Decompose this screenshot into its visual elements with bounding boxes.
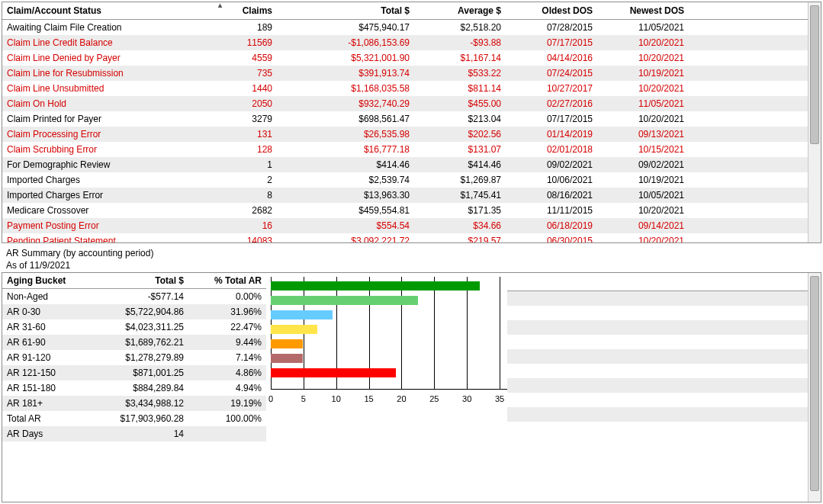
table-cell: 09/14/2021	[597, 218, 689, 233]
table-row[interactable]: Imported Charges2$2,539.74$1,269.8710/06…	[2, 172, 809, 188]
table-cell: $414.46	[414, 157, 506, 172]
table-cell: $17,903,960.28	[88, 411, 188, 426]
table-row[interactable]: AR 121-150$871,001.254.86%	[2, 365, 266, 380]
table-cell: $5,722,904.86	[88, 304, 188, 319]
table-cell: $4,023,311.25	[88, 319, 188, 335]
table-row[interactable]: For Demographic Review1$414.46$414.4609/…	[2, 157, 809, 172]
table-cell: 07/17/2015	[506, 35, 597, 50]
table-row[interactable]: Claim Line Unsubmitted1440$1,168,035.58$…	[2, 81, 809, 96]
col-total[interactable]: Total $	[277, 2, 414, 20]
col-status-label: Claim/Account Status	[7, 5, 101, 16]
table-cell: AR 31-60	[2, 319, 88, 335]
vertical-scrollbar[interactable]	[808, 2, 821, 242]
table-row[interactable]: Medicare Crossover2682$459,554.81$171.35…	[2, 203, 809, 218]
table-cell: Claim Line Unsubmitted	[2, 81, 223, 96]
col-bucket[interactable]: Aging Bucket	[2, 273, 88, 289]
table-row[interactable]: Claim Printed for Payer3279$698,561.47$2…	[2, 111, 809, 127]
table-row[interactable]: Total AR$17,903,960.28100.00%	[2, 411, 266, 426]
table-cell: $811.14	[414, 81, 506, 96]
table-cell: 11/11/2015	[506, 203, 597, 218]
table-cell: $3,092,221.72	[277, 233, 414, 242]
table-cell: 3279	[223, 111, 277, 127]
scrollbar-thumb[interactable]	[810, 276, 819, 491]
table-cell: 31.96%	[188, 304, 266, 319]
table-row[interactable]: Claim On Hold2050$932,740.29$455.0002/27…	[2, 96, 809, 111]
table-cell: -$577.14	[88, 289, 188, 305]
table-row[interactable]: AR 31-60$4,023,311.2522.47%	[2, 319, 266, 335]
scrollbar-thumb[interactable]	[810, 5, 819, 144]
table-row[interactable]: Awaiting Claim File Creation189$475,940.…	[2, 20, 809, 36]
table-cell: 01/14/2019	[506, 127, 597, 142]
table-cell: Claim Printed for Payer	[2, 111, 223, 127]
table-cell: 131	[223, 127, 277, 142]
table-cell: $475,940.17	[277, 20, 414, 36]
table-cell: $219.57	[414, 233, 506, 242]
table-row[interactable]: Non-Aged-$577.140.00%	[2, 289, 266, 305]
table-row[interactable]: AR 61-90$1,689,762.219.44%	[2, 335, 266, 350]
table-cell: -$1,086,153.69	[277, 35, 414, 50]
table-cell: 9.44%	[188, 335, 266, 350]
table-row[interactable]: Claim Line for Resubmission735$391,913.7…	[2, 66, 809, 81]
table-cell: $1,269.87	[414, 172, 506, 188]
col-oldest[interactable]: Oldest DOS	[506, 2, 597, 20]
chart-tick-label: 20	[397, 394, 406, 403]
table-row[interactable]: Payment Posting Error16$554.54$34.6606/1…	[2, 218, 809, 233]
table-cell: Awaiting Claim File Creation	[2, 20, 223, 36]
ar-summary-panel: Aging Bucket Total $ % Total AR Non-Aged…	[2, 272, 821, 502]
table-row[interactable]: AR Days14	[2, 426, 266, 441]
table-row[interactable]: AR 91-120$1,278,279.897.14%	[2, 350, 266, 365]
table-row[interactable]: AR 151-180$884,289.844.94%	[2, 380, 266, 396]
claims-status-table[interactable]: Claim/Account Status ▴ Claims Total $ Av…	[2, 2, 809, 242]
chart-bar	[271, 339, 303, 348]
table-cell: 2	[223, 172, 277, 188]
claims-table-header-row[interactable]: Claim/Account Status ▴ Claims Total $ Av…	[2, 2, 809, 20]
table-cell: For Demographic Review	[2, 157, 223, 172]
table-cell: $171.35	[414, 203, 506, 218]
table-cell: 10/20/2021	[597, 81, 689, 96]
table-cell: $1,745.41	[414, 188, 506, 203]
table-cell: 189	[223, 20, 277, 36]
table-cell: 06/18/2019	[506, 218, 597, 233]
table-cell: $1,278,279.89	[88, 350, 188, 365]
table-row[interactable]: Imported Charges Error8$13,963.30$1,745.…	[2, 188, 809, 203]
table-cell: 0.00%	[188, 289, 266, 305]
table-cell: $202.56	[414, 127, 506, 142]
table-cell: 10/20/2021	[597, 35, 689, 50]
table-cell: 11/05/2021	[597, 96, 689, 111]
table-cell: $213.04	[414, 111, 506, 127]
aging-header-row[interactable]: Aging Bucket Total $ % Total AR	[2, 273, 266, 289]
aging-bucket-table[interactable]: Aging Bucket Total $ % Total AR Non-Aged…	[2, 273, 266, 441]
table-cell: $1,689,762.21	[88, 335, 188, 350]
table-cell: 11569	[223, 35, 277, 50]
col-claims[interactable]: Claims	[223, 2, 277, 20]
table-cell: -$93.88	[414, 35, 506, 50]
table-cell: $1,167.14	[414, 50, 506, 66]
table-cell: 8	[223, 188, 277, 203]
table-row[interactable]: AR 0-30$5,722,904.8631.96%	[2, 304, 266, 319]
table-cell: Pending Patient Statement	[2, 233, 223, 242]
table-cell: 09/13/2021	[597, 127, 689, 142]
row-stripe-filler	[507, 273, 809, 436]
chart-tick-label: 35	[495, 394, 504, 403]
table-cell: Non-Aged	[2, 289, 88, 305]
table-row[interactable]: AR 181+$3,434,988.1219.19%	[2, 396, 266, 411]
table-cell: Claim Processing Error	[2, 127, 223, 142]
table-cell: 1440	[223, 81, 277, 96]
chart-tick-label: 30	[462, 394, 471, 403]
col-newest[interactable]: Newest DOS	[597, 2, 689, 20]
col-average[interactable]: Average $	[414, 2, 506, 20]
table-row[interactable]: Claim Line Denied by Payer4559$5,321,001…	[2, 50, 809, 66]
table-row[interactable]: Claim Line Credit Balance11569-$1,086,15…	[2, 35, 809, 50]
table-row[interactable]: Pending Patient Statement14083$3,092,221…	[2, 233, 809, 242]
table-row[interactable]: Claim Scrubbing Error128$16,777.18$131.0…	[2, 142, 809, 157]
table-row[interactable]: Claim Processing Error131$26,535.98$202.…	[2, 127, 809, 142]
table-cell: $2,518.20	[414, 20, 506, 36]
table-cell: $533.22	[414, 66, 506, 81]
table-cell: $932,740.29	[277, 96, 414, 111]
col-status[interactable]: Claim/Account Status ▴	[2, 2, 223, 20]
col-bucket-pct[interactable]: % Total AR	[188, 273, 266, 289]
vertical-scrollbar[interactable]	[808, 273, 821, 502]
chart-gridline	[434, 277, 435, 390]
col-bucket-total[interactable]: Total $	[88, 273, 188, 289]
table-cell: 10/19/2021	[597, 66, 689, 81]
